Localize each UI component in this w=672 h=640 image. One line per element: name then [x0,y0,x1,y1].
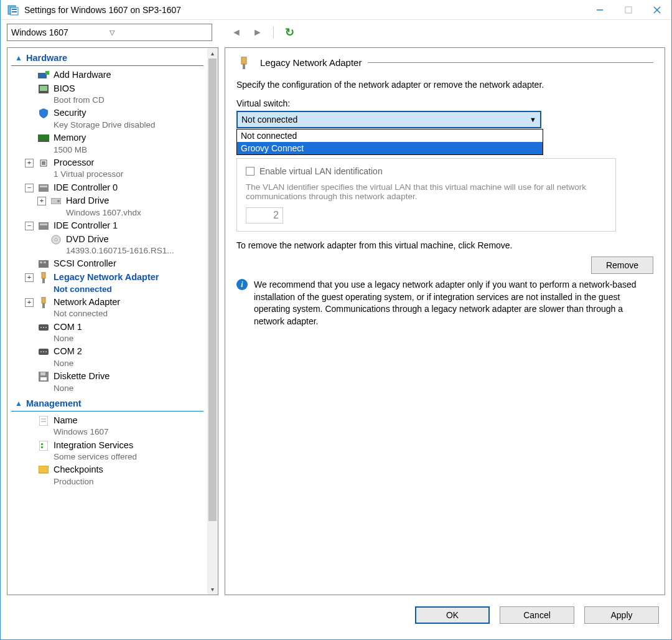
tree-diskette[interactable]: Diskette DriveNone [7,370,207,395]
remove-button[interactable]: Remove [591,256,653,274]
svg-rect-29 [42,297,45,303]
info-text: We recommend that you use a legacy netwo… [254,279,653,327]
titlebar: Settings for Windows 1607 on SP3-1607 [1,0,671,20]
tree-processor[interactable]: +Processor1 Virtual processor [7,156,207,181]
controller-icon [37,182,50,194]
floppy-icon [37,371,50,382]
close-button[interactable] [643,0,671,20]
svg-rect-26 [44,261,46,263]
expand-icon[interactable]: + [25,273,34,282]
tree-dvd-drive[interactable]: DVD Drive14393.0.160715-1616.RS1... [7,233,207,258]
chevron-down-icon: ▼ [530,116,536,123]
svg-point-36 [40,351,42,352]
svg-rect-28 [42,278,45,283]
svg-rect-15 [42,161,45,165]
add-hardware-icon [37,70,50,81]
memory-icon [37,133,50,144]
shield-icon [37,108,50,119]
vlan-description: The VLAN identifier specifies the virtua… [246,182,607,201]
dvd-icon [50,234,62,245]
svg-rect-11 [40,86,47,91]
svg-rect-47 [41,446,43,448]
cpu-icon [37,158,50,169]
virtual-switch-label: Virtual switch: [236,98,653,108]
panel-title: Legacy Network Adapter [260,57,362,68]
svg-point-32 [40,327,42,328]
minimize-button[interactable] [586,0,614,20]
expand-icon[interactable]: + [37,197,46,205]
tree-security[interactable]: SecurityKey Storage Drive disabled [7,106,207,131]
nav-back-button[interactable]: ◄ [228,24,245,40]
tree-integration[interactable]: Integration ServicesSome services offere… [7,439,207,464]
virtual-switch-dropdown[interactable]: Not connected ▼ Not connected Groovy Con… [236,111,541,128]
tree-name[interactable]: NameWindows 1607 [7,414,207,439]
tree-add-hardware[interactable]: Add Hardware [7,68,207,82]
dropdown-option[interactable]: Groovy Connect [237,142,543,154]
ok-button[interactable]: OK [415,606,490,624]
apply-button[interactable]: Apply [584,606,659,624]
disk-icon [50,195,62,207]
name-icon [37,415,50,426]
scroll-down-icon[interactable]: ▾ [207,584,218,595]
svg-rect-16 [39,184,49,192]
svg-point-33 [43,327,44,328]
dropdown-option[interactable]: Not connected [237,129,543,142]
svg-rect-5 [625,7,632,13]
svg-point-23 [55,238,57,241]
svg-point-38 [45,351,47,352]
collapse-icon[interactable]: − [25,184,34,192]
vm-selector-combo[interactable]: Windows 1607 ▽ [7,24,212,41]
vlan-checkbox[interactable]: Enable virtual LAN identification [246,166,607,176]
svg-rect-45 [39,441,48,451]
scrollbar-thumb[interactable] [208,59,217,521]
tree-scrollbar[interactable]: ▴ ▾ [207,48,218,595]
tree-ide0[interactable]: −IDE Controller 0 [7,181,207,195]
checkpoint-icon [37,464,50,476]
tree-memory[interactable]: Memory1500 MB [7,131,207,156]
svg-rect-30 [42,303,45,308]
settings-tree: ▲Hardware Add Hardware BIOSBoot from CD … [7,47,218,595]
tree-scsi[interactable]: SCSI Controller [7,257,207,271]
svg-rect-50 [243,64,245,69]
category-hardware[interactable]: ▲Hardware [11,50,203,66]
services-icon [37,440,50,451]
tree-com2[interactable]: COM 2None [7,345,207,370]
maximize-button[interactable] [614,0,643,20]
network-adapter-icon [37,297,50,308]
tree-bios[interactable]: BIOSBoot from CD [7,82,207,107]
window-title: Settings for Windows 1607 on SP3-1607 [24,5,586,15]
tree-ide1[interactable]: −IDE Controller 1 [7,219,207,233]
separator [273,26,274,39]
svg-rect-24 [39,260,49,268]
com-port-icon [37,322,50,333]
bios-icon [37,83,50,95]
vlan-group: Enable virtual LAN identification The VL… [236,158,616,232]
scroll-up-icon[interactable]: ▴ [207,48,218,59]
svg-point-37 [43,351,44,352]
vlan-id-input[interactable]: 2 [246,207,283,224]
tree-com1[interactable]: COM 1None [7,321,207,346]
nav-forward-button[interactable]: ► [250,24,266,40]
svg-rect-2 [12,9,17,10]
checkbox-icon [246,167,254,176]
scsi-icon [37,258,50,270]
expand-icon[interactable]: + [25,159,34,167]
tree-checkpoints[interactable]: CheckpointsProduction [7,463,207,488]
info-icon: i [236,279,248,290]
svg-rect-3 [12,11,17,12]
tree-legacy-network[interactable]: +Legacy Network AdapterNot connected [7,271,207,296]
svg-point-34 [45,327,47,328]
svg-rect-27 [42,272,45,278]
com-port-icon [37,346,50,357]
category-management[interactable]: ▲Management [11,396,203,412]
refresh-button[interactable]: ↻ [281,24,297,40]
info-panel: i We recommend that you use a legacy net… [236,274,653,327]
collapse-icon[interactable]: − [25,222,34,230]
cancel-button[interactable]: Cancel [500,606,574,624]
svg-point-19 [57,200,60,202]
panel-description: Specify the configuration of the network… [236,80,653,90]
dropdown-list: Not connected Groovy Connect [236,129,543,155]
tree-network-adapter[interactable]: +Network AdapterNot connected [7,296,207,321]
tree-hard-drive[interactable]: +Hard DriveWindows 1607.vhdx [7,194,207,219]
expand-icon[interactable]: + [25,298,34,307]
